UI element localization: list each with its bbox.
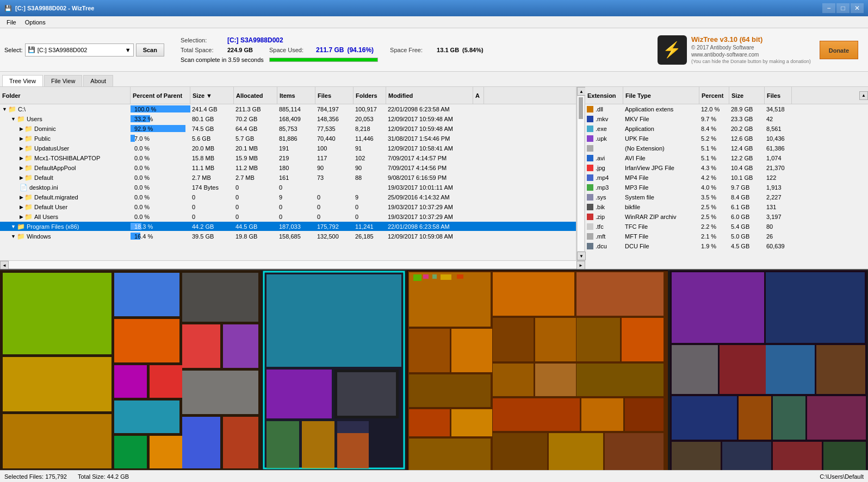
col-folders[interactable]: Folders [354,87,386,104]
tree-cell-items: 0 [277,202,315,211]
expand-icon[interactable]: ▼ [2,107,7,112]
hscroll-track[interactable] [9,261,576,268]
tree-row[interactable]: ▶📁Public7.0 %5.6 GB5.7 GB81,88670,44011,… [0,134,576,143]
ext-row[interactable]: .jpgIrfanView JPG File4.3 %10.4 GB21,370 [585,163,868,173]
ext-row[interactable]: (No Extension)5.1 %12.4 GB61,386 [585,143,868,153]
tab-tree-view[interactable]: Tree View [2,75,43,86]
expand-icon[interactable]: ▶ [20,195,23,200]
expand-icon[interactable]: ▶ [20,136,23,141]
ext-color-box [587,116,593,122]
scroll-up-arrow[interactable]: ▲ [577,87,586,96]
drive-selector[interactable]: 💾 [C:] S3A9988D002 ▼ [25,43,134,57]
ext-row[interactable]: .upkUPK File5.2 %12.6 GB10,436 [585,134,868,143]
folder-name: Mcx1-TOSHIBALAPTOP [34,155,100,161]
ext-cell-files: 1,913 [765,183,792,192]
tree-row[interactable]: ▼📁C:\100.0 %241.4 GB211.3 GB885,114784,1… [0,104,576,114]
col-pct[interactable]: Percent of Parent [131,87,190,104]
tree-vscroll[interactable]: ▲ ▼ [576,87,585,260]
tree-cell-size: 15.8 MB [190,153,234,162]
expand-icon[interactable]: ▼ [11,116,16,122]
ext-col-type[interactable]: File Type [623,87,699,104]
svg-rect-2 [3,357,111,411]
ext-cell-size: 12.2 GB [729,153,765,162]
close-button[interactable]: ✕ [851,3,864,13]
col-files[interactable]: Files [315,87,354,104]
menu-options[interactable]: Options [21,18,50,27]
col-items[interactable]: Items [277,87,315,104]
tree-row[interactable]: ▼📁Users33.2 %80.1 GB70.2 GB168,409148,35… [0,114,576,124]
tree-row[interactable]: ▶📁DefaultAppPool0.0 %11.1 MB11.2 MB18090… [0,163,576,173]
menu-file[interactable]: File [2,18,21,27]
ext-row[interactable]: .mkvMKV File9.7 %23.3 GB42 [585,114,868,124]
ext-row[interactable]: .sysSystem file3.5 %8.4 GB2,227 [585,192,868,202]
scan-button[interactable]: Scan [136,43,164,57]
col-size[interactable]: Size ▼ [190,87,234,104]
ext-row[interactable]: .mp3MP3 File4.0 %9.7 GB1,913 [585,183,868,192]
hscroll-left[interactable]: ◄ [0,261,9,270]
expand-icon[interactable]: ▶ [20,204,23,210]
tree-body[interactable]: ▼📁C:\100.0 %241.4 GB211.3 GB885,114784,1… [0,104,576,260]
tree-cell-modified: 7/09/2017 4:14:57 PM [386,153,473,162]
ext-col-size[interactable]: Size [729,87,765,104]
tree-row[interactable]: ▶📁Dominic92.9 %74.5 GB64.4 GB85,75377,53… [0,124,576,134]
donate-button[interactable]: Donate [820,41,858,59]
col-a[interactable]: A [473,87,484,104]
expand-icon[interactable]: ▼ [11,234,16,239]
col-modified[interactable]: Modified [386,87,473,104]
tree-cell-pct: 92.9 % [131,124,190,133]
ext-scroll-up[interactable]: ▲ [859,91,868,100]
hscroll-right[interactable]: ► [576,261,585,270]
tree-cell-pct: 18.3 % [131,222,190,231]
tree-row[interactable]: ▼📁Windows16.4 %39.5 GB19.8 GB158,685132,… [0,231,576,241]
ext-row[interactable]: .mp4MP4 File4.2 %10.1 GB122 [585,173,868,183]
ext-row[interactable]: .aviAVI File5.1 %12.2 GB1,074 [585,153,868,163]
ext-col-pct[interactable]: Percent [699,87,729,104]
tree-row[interactable]: ▶📁UpdatusUser0.0 %20.0 MB20.1 MB19110091… [0,143,576,153]
scroll-down-arrow[interactable]: ▼ [577,252,586,260]
ext-body[interactable]: .dllApplication extens12.0 %28.9 GB34,51… [585,104,868,260]
ext-row[interactable]: .tfcTFC File2.2 %5.4 GB80 [585,222,868,231]
tree-row[interactable]: ▶📁Default0.0 %2.7 MB2.7 MB16173889/08/20… [0,173,576,183]
tree-row[interactable]: ▼📁Program Files (x86)18.3 %44.2 GB44.5 G… [0,222,576,231]
expand-icon[interactable]: ▶ [20,146,23,151]
tree-cell-folders: 11,446 [354,134,386,143]
col-folder[interactable]: Folder [0,87,131,104]
tree-cell-size: 2.7 MB [190,173,234,182]
ext-row[interactable]: .zipWinRAR ZIP archiv2.5 %6.0 GB3,197 [585,212,868,222]
expand-icon[interactable]: ▶ [20,175,23,180]
scroll-track[interactable] [577,96,585,252]
tree-row[interactable]: 📄desktop.ini0.0 %174 Bytes0019/03/2017 1… [0,183,576,192]
maximize-button[interactable]: □ [836,3,850,13]
expand-icon[interactable]: ▶ [20,214,23,220]
expand-icon[interactable]: ▼ [11,224,16,229]
pct-text: 7.0 % [132,135,150,142]
tree-row[interactable]: ▶📁Default User0.0 %0000019/03/2017 10:37… [0,202,576,212]
tree-row[interactable]: ▶📁All Users0.0 %0000019/03/2017 10:37:29… [0,212,576,222]
ext-row[interactable]: .exeApplication8.4 %20.2 GB8,561 [585,124,868,134]
tab-about[interactable]: About [83,75,113,86]
folder-icon: 📁 [17,223,25,230]
col-alloc[interactable]: Allocated [234,87,277,104]
tab-file-view[interactable]: File View [44,75,82,86]
minimize-button[interactable]: − [822,3,835,13]
titlebar: 💾 [C:] S3A9988D002 - WizTree − □ ✕ [0,0,868,16]
expand-icon[interactable]: ▶ [20,155,23,161]
hscroll[interactable]: ◄ ► [0,260,585,269]
ext-row[interactable]: .bikbikfile2.5 %6.1 GB131 [585,202,868,212]
ext-row[interactable]: .mftMFT File2.1 %5.0 GB26 [585,231,868,241]
ext-col-ext[interactable]: Extension [585,87,623,104]
pct-text: 0.0 % [132,145,150,152]
ext-cell-type: TFC File [623,222,699,231]
ext-col-files[interactable]: Files [765,87,792,104]
ext-row[interactable]: .dcuDCU File1.9 %4.5 GB60,639 [585,241,868,251]
tree-cell-folder: ▼📁Users [0,114,131,123]
tree-cell-alloc: 5.7 GB [234,134,277,143]
expand-icon[interactable]: ▶ [20,165,23,171]
expand-icon[interactable]: ▶ [20,126,23,132]
tree-row[interactable]: ▶📁Mcx1-TOSHIBALAPTOP0.0 %15.8 MB15.9 MB2… [0,153,576,163]
ext-row[interactable]: .dllApplication extens12.0 %28.9 GB34,51… [585,104,868,114]
svg-rect-55 [766,345,815,394]
tree-cell-modified: 19/03/2017 10:37:29 AM [386,212,473,221]
tree-row[interactable]: ▶📁Default.migrated0.0 %0090925/09/2016 4… [0,192,576,202]
scroll-thumb[interactable] [579,97,583,119]
